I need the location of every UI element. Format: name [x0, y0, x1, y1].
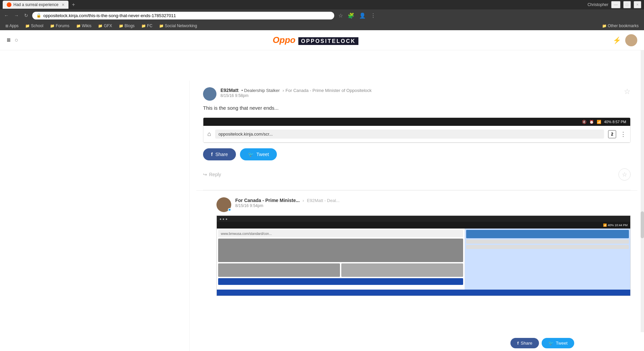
menu-btn[interactable]: ⋮ [369, 11, 377, 20]
bookmark-apps[interactable]: ⊞ Apps [3, 23, 21, 29]
post-1-star-btn[interactable]: ☆ [624, 87, 631, 96]
folder-icon-social: 📁 [159, 24, 164, 28]
refresh-btn[interactable]: ↻ [23, 11, 30, 19]
twitter-tweet-btn[interactable]: 🐦 Tweet [240, 148, 277, 160]
tab-close-btn[interactable]: × [62, 2, 64, 7]
maximize-btn[interactable]: □ [623, 1, 631, 8]
car-image-main [218, 239, 463, 262]
back-btn[interactable]: ← [3, 11, 10, 19]
title-bar-right: Christopher — □ × [588, 1, 641, 8]
bookmark-social[interactable]: 📁 Social Networking [156, 23, 200, 29]
folder-icon-fc: 📁 [141, 24, 146, 28]
bookmark-fc-label: FC [147, 23, 152, 28]
sidebar-header [466, 230, 629, 238]
post-1-time: 8/15/16 9:58pm [220, 93, 620, 98]
bookmark-blogs[interactable]: 📁 Blogs [116, 23, 137, 29]
screenshot-browser: www.bmwusa.com/standard/con... [217, 229, 630, 290]
tweet-label: Tweet [256, 152, 269, 157]
folder-icon-gfx: 📁 [98, 24, 103, 28]
new-tab-btn[interactable]: + [70, 2, 77, 8]
sidebar-content [0, 81, 189, 94]
minimize-btn[interactable]: — [611, 1, 621, 8]
screenshot-footer [217, 290, 630, 296]
bookmark-star-btn[interactable]: ☆ [337, 11, 344, 20]
close-btn[interactable]: × [634, 1, 641, 8]
post-1-header: E92Matt • Dealership Stalker › For Canad… [203, 87, 631, 101]
car-thumb-2 [341, 263, 463, 277]
folder-icon-forums: 📁 [50, 24, 55, 28]
header-search-btn[interactable]: ○ [15, 37, 18, 44]
nav-right: ☆ 🧩 👤 ⋮ [337, 11, 377, 20]
hamburger-menu-btn[interactable]: ≡ [7, 36, 11, 44]
notification-btn[interactable]: ⚡ [613, 36, 621, 44]
site-logo: Oppo OPPOSITELOCK [18, 35, 613, 45]
bottom-twitter-tweet-btn[interactable]: 🐦 Tweet [542, 338, 574, 348]
post-2-author: For Canada - Prime Ministe... [235, 198, 300, 203]
scrollbar-thumb[interactable] [641, 211, 644, 238]
forward-btn[interactable]: → [13, 11, 20, 19]
bookmark-blogs-label: Blogs [125, 23, 135, 28]
bottom-facebook-icon: f [517, 341, 518, 346]
tab-favicon [7, 2, 11, 7]
facebook-share-btn[interactable]: f Share [203, 148, 236, 160]
title-bar: Had a surreal experience × + Christopher… [0, 0, 644, 9]
bookmark-gfx-label: GFX [104, 23, 112, 28]
header-left: ≡ ○ [7, 36, 18, 44]
phone-tab-count: 2 [608, 130, 616, 138]
reply-btn[interactable]: ↪ Reply [203, 172, 221, 177]
bookmark-fc[interactable]: 📁 FC [139, 23, 155, 29]
post-1: E92Matt • Dealership Stalker › For Canad… [203, 81, 631, 190]
bookmark-wikis[interactable]: 📁 Wikis [73, 23, 94, 29]
screenshot-sidebar [465, 229, 630, 290]
bookmark-other[interactable]: 📁 Other bookmarks [599, 23, 641, 29]
bookmark-forums-label: Forums [56, 23, 69, 28]
folder-icon-other: 📁 [602, 24, 607, 28]
active-tab[interactable]: Had a surreal experience × [3, 1, 68, 9]
screenshot-status-bar: 📶 40% 10:44 PM [217, 222, 630, 229]
bookmark-school[interactable]: 📁 School [22, 23, 46, 29]
extensions-btn[interactable]: 🧩 [346, 11, 356, 20]
user-avatar[interactable] [625, 34, 637, 46]
alarm-icon: ⏰ [589, 120, 594, 124]
header-right: ⚡ [613, 34, 637, 46]
bookmark-wikis-label: Wikis [82, 23, 92, 28]
facebook-icon: f [211, 152, 213, 157]
reply-screenshot-embed: ● ● ● 📶 40% 10:44 PM www.bmwusa.com/stan… [216, 215, 631, 296]
sidebar [0, 81, 190, 351]
phone-nav-bar: ⌂ oppositelock.kinja.com/scr... 2 ⋮ [203, 126, 630, 143]
bottom-facebook-share-btn[interactable]: f Share [510, 338, 539, 348]
screenshot-top-bar: ● ● ● [217, 216, 630, 222]
phone-home-icon: ⌂ [207, 131, 211, 138]
bookmark-gfx[interactable]: 📁 GFX [95, 23, 115, 29]
address-input[interactable] [43, 13, 330, 18]
bottom-share-bar: f Share 🐦 Tweet [508, 335, 577, 351]
scrollbar[interactable] [641, 30, 644, 332]
bookmark-school-label: School [31, 23, 43, 28]
sidebar-item-2 [466, 245, 629, 249]
mute-icon: 🔇 [582, 120, 587, 124]
bookmark-apps-label: Apps [9, 23, 18, 28]
reply-arrow-icon: ↪ [203, 172, 207, 177]
site-header: ≡ ○ Oppo OPPOSITELOCK ⚡ [0, 30, 644, 50]
bookmark-forums[interactable]: 📁 Forums [47, 23, 72, 29]
folder-icon-blogs: 📁 [119, 24, 123, 28]
car-thumbnails [218, 263, 463, 277]
share-label: Share [215, 152, 228, 157]
profile-btn[interactable]: 👤 [358, 11, 367, 20]
star-circle-btn[interactable]: ☆ [618, 168, 631, 181]
social-buttons: f Share 🐦 Tweet [203, 148, 631, 160]
bookmarks-bar: ⊞ Apps 📁 School 📁 Forums 📁 Wikis 📁 GFX 📁… [0, 21, 644, 30]
bottom-share-label: Share [521, 341, 533, 346]
post-2-reply-arrow: › [303, 198, 304, 203]
title-bar-left: Had a surreal experience × + [3, 1, 77, 9]
logo-oppo: Oppo [273, 35, 296, 45]
signal-icon: 📶 [597, 120, 601, 124]
bottom-twitter-icon: 🐦 [548, 341, 554, 346]
address-bar[interactable]: 🔒 [32, 12, 334, 19]
post-1-author-title: • Dealership Stalker [241, 88, 280, 93]
sidebar-item-1 [466, 240, 629, 244]
post-1-author: E92Matt [220, 88, 239, 93]
page-content: ≡ ○ Oppo OPPOSITELOCK ⚡ [0, 30, 644, 351]
post-2-header: For Canada - Prime Ministe... › E92Matt … [216, 197, 631, 212]
screenshot-status-text: 📶 40% 10:44 PM [603, 223, 628, 227]
